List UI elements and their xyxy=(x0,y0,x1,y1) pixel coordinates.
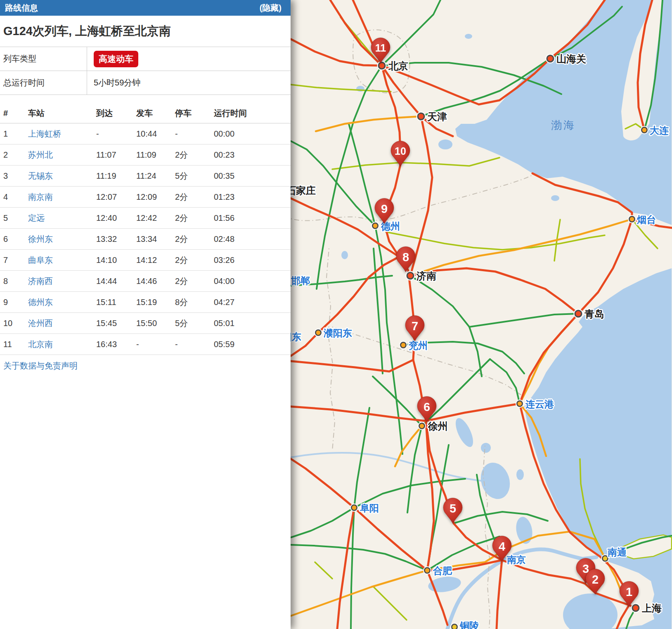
cell: 2分 xyxy=(175,276,214,287)
cell: 7 xyxy=(3,255,28,265)
city-dot-core xyxy=(603,556,607,560)
station-row: 5定远12:4012:422分01:56 xyxy=(0,208,291,229)
map[interactable]: 渤海 北京天津山海关大连烟台青岛石家庄邯郸安阳东濮阳东德州济南兖州徐州连云港阜阳… xyxy=(291,0,672,629)
panel-title: 路线信息 xyxy=(5,2,38,14)
cell: 2分 xyxy=(175,255,214,266)
cell: 2分 xyxy=(175,234,214,245)
small-lake xyxy=(516,469,524,480)
station-link[interactable]: 上海虹桥 xyxy=(28,128,96,140)
cell: 5 xyxy=(3,213,28,223)
cell: 11:09 xyxy=(136,150,175,160)
city-dot-core xyxy=(420,424,424,428)
city-label-南京: 南京 xyxy=(506,554,526,565)
cell: 12:42 xyxy=(136,213,175,223)
city-label-南通: 南通 xyxy=(607,547,627,558)
station-link[interactable]: 曲阜东 xyxy=(28,255,96,266)
city-label-北京: 北京 xyxy=(388,60,408,71)
station-link[interactable]: 苏州北 xyxy=(28,149,96,161)
cell: - xyxy=(136,340,175,349)
column-header: 停车 xyxy=(175,108,214,119)
total-time-label: 总运行时间 xyxy=(0,71,87,95)
total-time-row: 总运行时间 5小时59分钟 xyxy=(0,71,291,95)
column-header: # xyxy=(3,109,28,118)
city-dot-core xyxy=(630,217,634,221)
train-type-badge: 高速动车 xyxy=(94,51,138,67)
station-link[interactable]: 北京南 xyxy=(28,339,96,350)
cell: 14:44 xyxy=(96,277,136,286)
cell: 3 xyxy=(3,171,28,181)
route-marker-number: 2 xyxy=(592,573,599,586)
cell: 01:23 xyxy=(214,192,291,202)
city-label-天津: 天津 xyxy=(427,111,447,122)
cell: 2 xyxy=(3,150,28,160)
city-label-青岛: 青岛 xyxy=(584,308,604,319)
city-label-邯郸: 邯郸 xyxy=(291,275,310,286)
station-link[interactable]: 定远 xyxy=(28,213,96,224)
cell: 11 xyxy=(3,340,28,349)
cell: 10:44 xyxy=(136,129,175,139)
city-label-石家庄: 石家庄 xyxy=(291,185,316,196)
city-label-阜阳: 阜阳 xyxy=(360,503,379,513)
hide-link[interactable]: (隐藏) xyxy=(260,2,282,14)
train-type-label: 列车类型 xyxy=(0,47,87,71)
city-dot-core xyxy=(419,114,424,119)
city-dot-core xyxy=(548,56,553,61)
city-label-安阳东: 安阳东 xyxy=(291,331,301,342)
train-title: G124次列车, 上海虹桥至北京南 xyxy=(0,16,291,47)
city-dot-core xyxy=(408,273,413,278)
cell: 12:40 xyxy=(96,213,136,223)
station-row: 6徐州东13:3213:342分02:48 xyxy=(0,229,291,250)
city-dot-core xyxy=(379,63,384,68)
cell: 5分 xyxy=(175,170,214,182)
small-lake xyxy=(438,140,452,149)
route-marker-number: 4 xyxy=(499,540,505,553)
city-label-山海关: 山海关 xyxy=(556,53,586,64)
cell: 00:00 xyxy=(214,129,291,139)
disclaimer-link[interactable]: 关于数据与免责声明 xyxy=(3,360,78,371)
lake-luoma xyxy=(481,443,491,453)
city-dot-core xyxy=(352,506,356,510)
station-link[interactable]: 南京南 xyxy=(28,192,96,203)
city-dot-core xyxy=(452,625,457,629)
city-dot-core xyxy=(316,331,320,335)
cell: 2分 xyxy=(175,192,214,203)
station-row: 3无锡东11:1911:245分00:35 xyxy=(0,166,291,187)
city-label-合肥: 合肥 xyxy=(433,565,452,576)
city-dot-core xyxy=(642,128,646,132)
sea-label-bohai: 渤海 xyxy=(551,119,576,131)
cell: 11:07 xyxy=(96,150,136,160)
cell: 15:11 xyxy=(96,298,136,307)
cell: 03:26 xyxy=(214,255,291,265)
station-link[interactable]: 无锡东 xyxy=(28,170,96,182)
cell: 00:35 xyxy=(214,171,291,181)
station-row: 4南京南12:0712:092分01:23 xyxy=(0,187,291,208)
station-row: 9德州东15:1115:198分04:27 xyxy=(0,292,291,313)
city-label-烟台: 烟台 xyxy=(637,214,656,225)
station-link[interactable]: 德州东 xyxy=(28,297,96,308)
cell: 15:45 xyxy=(96,319,136,328)
city-label-济南: 济南 xyxy=(416,270,436,281)
cell: 04:27 xyxy=(214,298,291,307)
station-row: 1上海虹桥-10:44-00:00 xyxy=(0,123,291,144)
city-dot-core xyxy=(373,224,377,228)
station-link[interactable]: 徐州东 xyxy=(28,234,96,245)
cell: 02:48 xyxy=(214,234,291,244)
city-label-连云港: 连云港 xyxy=(525,399,554,409)
cell: 14:12 xyxy=(136,255,175,265)
station-link[interactable]: 沧州西 xyxy=(28,318,96,329)
cell: 13:32 xyxy=(96,234,136,244)
route-marker-number: 6 xyxy=(424,400,430,414)
city-label-徐州: 徐州 xyxy=(428,421,448,432)
cell: 15:19 xyxy=(136,298,175,307)
cell: 6 xyxy=(3,234,28,244)
route-marker-number: 5 xyxy=(450,502,456,515)
cell: 1 xyxy=(3,129,28,139)
route-info-panel: 路线信息 (隐藏) G124次列车, 上海虹桥至北京南 列车类型 高速动车 总运… xyxy=(0,0,291,629)
small-lake xyxy=(551,195,559,201)
column-header: 到达 xyxy=(96,108,136,119)
station-link[interactable]: 济南西 xyxy=(28,276,96,287)
city-dot-core xyxy=(401,343,405,347)
cell: 14:10 xyxy=(96,255,136,265)
station-row: 11北京南16:43--05:59 xyxy=(0,334,291,355)
cell: 14:46 xyxy=(136,277,175,286)
